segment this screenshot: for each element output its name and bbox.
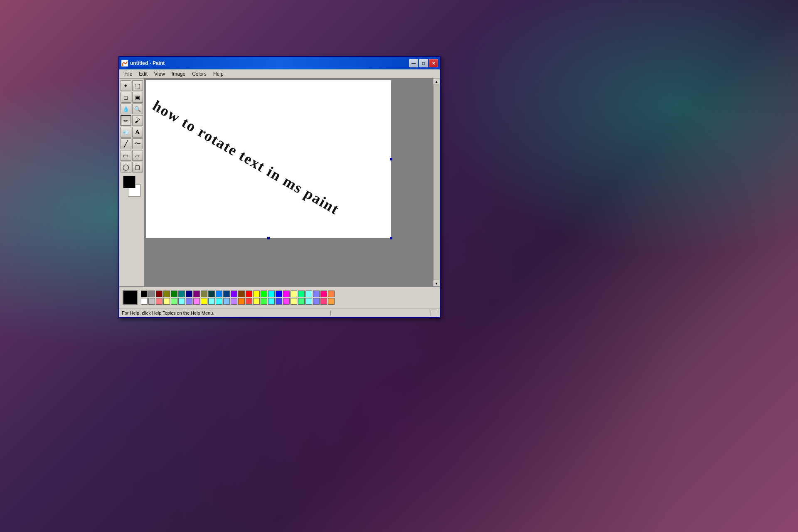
- palette-colors: [141, 291, 335, 305]
- swatch-lightgreen[interactable]: [171, 298, 177, 305]
- swatch-hotpink[interactable]: [320, 291, 327, 297]
- status-help-text: For Help, click Help Topics on the Help …: [122, 310, 331, 315]
- swatch-sky[interactable]: [223, 298, 230, 305]
- swatch-red[interactable]: [246, 291, 252, 297]
- swatch-yellow[interactable]: [253, 291, 260, 297]
- swatch-palegreen[interactable]: [298, 298, 305, 305]
- swatch-cyan[interactable]: [268, 291, 275, 297]
- swatch-blue[interactable]: [276, 291, 282, 297]
- swatch-lightyellow[interactable]: [291, 291, 297, 297]
- tool-fill[interactable]: ▣: [132, 92, 143, 103]
- swatch-yellow2[interactable]: [201, 298, 207, 305]
- swatch-paleyellow[interactable]: [291, 298, 297, 305]
- foreground-color-box[interactable]: [123, 176, 135, 188]
- swatch-darkorange[interactable]: [238, 298, 245, 305]
- scroll-up-button[interactable]: ▲: [433, 79, 439, 84]
- minimize-button[interactable]: —: [409, 59, 418, 67]
- menu-view[interactable]: View: [151, 70, 168, 78]
- tool-curve[interactable]: 〜: [132, 138, 143, 149]
- tool-select-rect[interactable]: ⬚: [132, 80, 143, 91]
- swatch-darknavy[interactable]: [223, 291, 230, 297]
- swatch-cornflower[interactable]: [216, 291, 222, 297]
- swatch-midgreen[interactable]: [261, 298, 267, 305]
- scroll-track: [433, 84, 440, 281]
- swatch-darkgreen[interactable]: [171, 291, 177, 297]
- swatch-rose[interactable]: [320, 298, 327, 305]
- color-palette-bar: [119, 286, 440, 308]
- swatch-lightcyan[interactable]: [305, 291, 312, 297]
- swatch-brown[interactable]: [238, 291, 245, 297]
- tool-pencil[interactable]: ✏: [121, 115, 131, 126]
- resize-handle-bottom-right[interactable]: [390, 237, 392, 239]
- tool-row-8: ◯ ▢: [121, 162, 143, 172]
- tool-text[interactable]: A: [132, 127, 143, 138]
- vertical-scrollbar[interactable]: ▲ ▼: [433, 79, 440, 286]
- swatch-orange[interactable]: [328, 291, 335, 297]
- tool-magnifier[interactable]: 🔍: [132, 103, 143, 114]
- tool-brush[interactable]: 🖌: [132, 115, 143, 126]
- swatch-peach[interactable]: [328, 298, 335, 305]
- menu-help[interactable]: Help: [210, 70, 227, 78]
- swatch-violet[interactable]: [231, 291, 237, 297]
- swatch-lightyellow3[interactable]: [253, 298, 260, 305]
- swatch-lightgreen2[interactable]: [298, 291, 305, 297]
- tool-color-picker[interactable]: 💧: [121, 103, 131, 114]
- tool-airbrush[interactable]: 💨: [121, 127, 131, 138]
- menu-edit[interactable]: Edit: [135, 70, 151, 78]
- swatch-darkred[interactable]: [156, 291, 163, 297]
- swatch-olive[interactable]: [163, 291, 170, 297]
- swatch-lightred[interactable]: [246, 298, 252, 305]
- palette-selected-color[interactable]: [123, 290, 138, 305]
- menu-file[interactable]: File: [121, 70, 135, 78]
- swatch-lightgray[interactable]: [148, 298, 155, 305]
- swatch-lightcyan2[interactable]: [178, 298, 185, 305]
- swatch-purple[interactable]: [193, 291, 200, 297]
- color-row-2: [141, 298, 335, 305]
- swatch-lime[interactable]: [261, 291, 267, 297]
- tool-rounded-rect[interactable]: ▢: [132, 162, 143, 172]
- swatch-lightmagenta[interactable]: [193, 298, 200, 305]
- tool-eraser[interactable]: ◻: [121, 92, 131, 103]
- resize-handle-right-center[interactable]: [390, 158, 392, 160]
- resize-handle-bottom-center[interactable]: [267, 237, 270, 239]
- swatch-white[interactable]: [141, 298, 148, 305]
- menu-image[interactable]: Image: [168, 70, 189, 78]
- swatch-teal[interactable]: [178, 291, 185, 297]
- scroll-down-button[interactable]: ▼: [433, 281, 439, 286]
- swatch-darkgray[interactable]: [148, 291, 155, 297]
- swatch-darkteal2[interactable]: [208, 291, 215, 297]
- menu-colors[interactable]: Colors: [189, 70, 210, 78]
- canvas-container[interactable]: how to rotate text in ms paint: [144, 79, 433, 286]
- swatch-midcyan[interactable]: [268, 298, 275, 305]
- status-bar: For Help, click Help Topics on the Help …: [119, 308, 440, 317]
- tool-line[interactable]: ╱: [121, 138, 131, 149]
- tool-row-4: ✏ 🖌: [121, 115, 143, 126]
- swatch-aqua2[interactable]: [208, 298, 215, 305]
- swatch-lightblue[interactable]: [186, 298, 192, 305]
- drawing-canvas[interactable]: how to rotate text in ms paint: [146, 80, 391, 238]
- tool-select-irregular[interactable]: ✦: [121, 80, 131, 91]
- paint-window: untitled - Paint — □ ✕ File Edit View Im…: [118, 56, 441, 318]
- tool-row-6: ╱ 〜: [121, 138, 143, 149]
- tool-row-7: ▭ ▱: [121, 150, 143, 161]
- swatch-magenta[interactable]: [283, 291, 290, 297]
- swatch-periwinkle[interactable]: [313, 291, 320, 297]
- swatch-palecyan[interactable]: [305, 298, 312, 305]
- main-area: ✦ ⬚ ◻ ▣ 💧 🔍 ✏ 🖌 💨 A ╱ 〜: [119, 79, 440, 286]
- tool-ellipse[interactable]: ◯: [121, 162, 131, 172]
- swatch-darkyellow[interactable]: [201, 291, 207, 297]
- maximize-button[interactable]: □: [419, 59, 428, 67]
- swatch-lightyellow2[interactable]: [163, 298, 170, 305]
- swatch-lightsalmon[interactable]: [156, 298, 163, 305]
- swatch-aqua3[interactable]: [216, 298, 222, 305]
- swatch-midblue[interactable]: [276, 298, 282, 305]
- tool-rectangle[interactable]: ▭: [121, 150, 131, 161]
- swatch-palelilac[interactable]: [313, 298, 320, 305]
- color-preview: [123, 176, 140, 197]
- tool-polygon[interactable]: ▱: [132, 150, 143, 161]
- swatch-black[interactable]: [141, 291, 148, 297]
- close-button[interactable]: ✕: [429, 59, 438, 67]
- swatch-darkblue[interactable]: [186, 291, 192, 297]
- swatch-lavender[interactable]: [231, 298, 237, 305]
- swatch-midmagenta[interactable]: [283, 298, 290, 305]
